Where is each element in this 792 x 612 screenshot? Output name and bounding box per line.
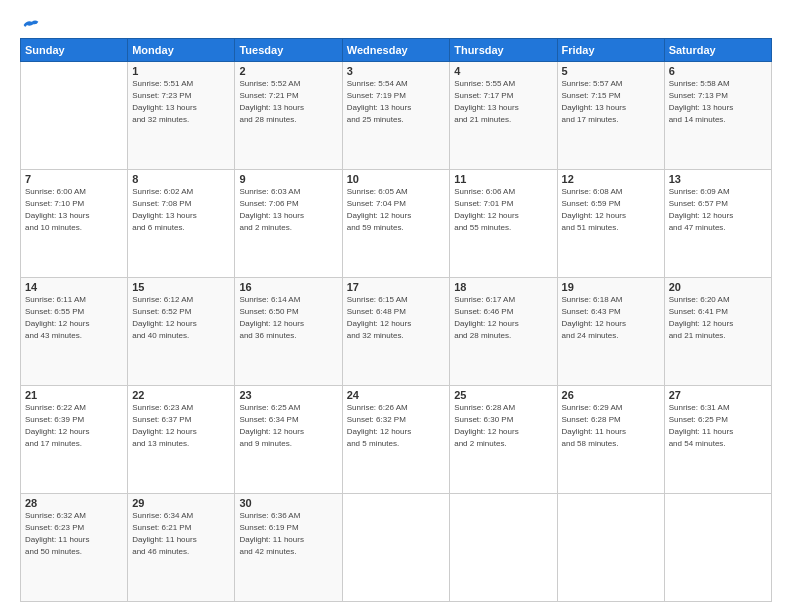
day-info: Sunrise: 6:08 AMSunset: 6:59 PMDaylight:… — [562, 186, 660, 234]
day-info: Sunrise: 6:20 AMSunset: 6:41 PMDaylight:… — [669, 294, 767, 342]
day-info: Sunrise: 6:22 AMSunset: 6:39 PMDaylight:… — [25, 402, 123, 450]
calendar-cell: 19Sunrise: 6:18 AMSunset: 6:43 PMDayligh… — [557, 278, 664, 386]
day-info: Sunrise: 6:36 AMSunset: 6:19 PMDaylight:… — [239, 510, 337, 558]
day-number: 26 — [562, 389, 660, 401]
header-row: Sunday Monday Tuesday Wednesday Thursday… — [21, 39, 772, 62]
calendar-cell: 14Sunrise: 6:11 AMSunset: 6:55 PMDayligh… — [21, 278, 128, 386]
calendar-cell: 15Sunrise: 6:12 AMSunset: 6:52 PMDayligh… — [128, 278, 235, 386]
col-thursday: Thursday — [450, 39, 557, 62]
col-sunday: Sunday — [21, 39, 128, 62]
calendar-cell — [450, 494, 557, 602]
day-number: 25 — [454, 389, 552, 401]
calendar-table: Sunday Monday Tuesday Wednesday Thursday… — [20, 38, 772, 602]
calendar-cell: 24Sunrise: 6:26 AMSunset: 6:32 PMDayligh… — [342, 386, 449, 494]
calendar-cell: 29Sunrise: 6:34 AMSunset: 6:21 PMDayligh… — [128, 494, 235, 602]
day-number: 3 — [347, 65, 445, 77]
calendar-cell: 20Sunrise: 6:20 AMSunset: 6:41 PMDayligh… — [664, 278, 771, 386]
calendar-week-4: 21Sunrise: 6:22 AMSunset: 6:39 PMDayligh… — [21, 386, 772, 494]
day-info: Sunrise: 6:26 AMSunset: 6:32 PMDaylight:… — [347, 402, 445, 450]
day-number: 11 — [454, 173, 552, 185]
calendar-cell: 1Sunrise: 5:51 AMSunset: 7:23 PMDaylight… — [128, 62, 235, 170]
day-info: Sunrise: 6:18 AMSunset: 6:43 PMDaylight:… — [562, 294, 660, 342]
calendar-cell: 9Sunrise: 6:03 AMSunset: 7:06 PMDaylight… — [235, 170, 342, 278]
day-number: 20 — [669, 281, 767, 293]
page: Sunday Monday Tuesday Wednesday Thursday… — [0, 0, 792, 612]
calendar-cell: 13Sunrise: 6:09 AMSunset: 6:57 PMDayligh… — [664, 170, 771, 278]
day-info: Sunrise: 6:32 AMSunset: 6:23 PMDaylight:… — [25, 510, 123, 558]
day-number: 21 — [25, 389, 123, 401]
col-saturday: Saturday — [664, 39, 771, 62]
day-info: Sunrise: 5:55 AMSunset: 7:17 PMDaylight:… — [454, 78, 552, 126]
day-number: 29 — [132, 497, 230, 509]
calendar-cell: 6Sunrise: 5:58 AMSunset: 7:13 PMDaylight… — [664, 62, 771, 170]
day-info: Sunrise: 6:15 AMSunset: 6:48 PMDaylight:… — [347, 294, 445, 342]
day-info: Sunrise: 6:23 AMSunset: 6:37 PMDaylight:… — [132, 402, 230, 450]
day-number: 30 — [239, 497, 337, 509]
calendar-cell: 8Sunrise: 6:02 AMSunset: 7:08 PMDaylight… — [128, 170, 235, 278]
header — [20, 18, 772, 32]
calendar-cell — [21, 62, 128, 170]
day-number: 23 — [239, 389, 337, 401]
day-number: 8 — [132, 173, 230, 185]
day-number: 15 — [132, 281, 230, 293]
day-number: 16 — [239, 281, 337, 293]
logo-bird-icon — [22, 18, 40, 32]
calendar-cell: 30Sunrise: 6:36 AMSunset: 6:19 PMDayligh… — [235, 494, 342, 602]
calendar-week-2: 7Sunrise: 6:00 AMSunset: 7:10 PMDaylight… — [21, 170, 772, 278]
day-info: Sunrise: 5:58 AMSunset: 7:13 PMDaylight:… — [669, 78, 767, 126]
day-number: 14 — [25, 281, 123, 293]
calendar-body: 1Sunrise: 5:51 AMSunset: 7:23 PMDaylight… — [21, 62, 772, 602]
day-info: Sunrise: 5:54 AMSunset: 7:19 PMDaylight:… — [347, 78, 445, 126]
day-number: 24 — [347, 389, 445, 401]
day-info: Sunrise: 6:17 AMSunset: 6:46 PMDaylight:… — [454, 294, 552, 342]
day-info: Sunrise: 6:12 AMSunset: 6:52 PMDaylight:… — [132, 294, 230, 342]
calendar-cell: 28Sunrise: 6:32 AMSunset: 6:23 PMDayligh… — [21, 494, 128, 602]
day-info: Sunrise: 6:34 AMSunset: 6:21 PMDaylight:… — [132, 510, 230, 558]
col-tuesday: Tuesday — [235, 39, 342, 62]
calendar-cell: 23Sunrise: 6:25 AMSunset: 6:34 PMDayligh… — [235, 386, 342, 494]
calendar-cell: 2Sunrise: 5:52 AMSunset: 7:21 PMDaylight… — [235, 62, 342, 170]
day-info: Sunrise: 6:00 AMSunset: 7:10 PMDaylight:… — [25, 186, 123, 234]
calendar-week-5: 28Sunrise: 6:32 AMSunset: 6:23 PMDayligh… — [21, 494, 772, 602]
calendar-cell: 12Sunrise: 6:08 AMSunset: 6:59 PMDayligh… — [557, 170, 664, 278]
day-number: 6 — [669, 65, 767, 77]
calendar-cell: 18Sunrise: 6:17 AMSunset: 6:46 PMDayligh… — [450, 278, 557, 386]
day-info: Sunrise: 6:28 AMSunset: 6:30 PMDaylight:… — [454, 402, 552, 450]
col-monday: Monday — [128, 39, 235, 62]
day-info: Sunrise: 5:52 AMSunset: 7:21 PMDaylight:… — [239, 78, 337, 126]
day-number: 27 — [669, 389, 767, 401]
day-number: 13 — [669, 173, 767, 185]
calendar-header: Sunday Monday Tuesday Wednesday Thursday… — [21, 39, 772, 62]
day-info: Sunrise: 6:06 AMSunset: 7:01 PMDaylight:… — [454, 186, 552, 234]
calendar-cell — [664, 494, 771, 602]
calendar-cell — [557, 494, 664, 602]
calendar-cell: 26Sunrise: 6:29 AMSunset: 6:28 PMDayligh… — [557, 386, 664, 494]
col-wednesday: Wednesday — [342, 39, 449, 62]
calendar-week-3: 14Sunrise: 6:11 AMSunset: 6:55 PMDayligh… — [21, 278, 772, 386]
day-number: 1 — [132, 65, 230, 77]
day-number: 28 — [25, 497, 123, 509]
calendar-cell: 25Sunrise: 6:28 AMSunset: 6:30 PMDayligh… — [450, 386, 557, 494]
calendar-cell: 11Sunrise: 6:06 AMSunset: 7:01 PMDayligh… — [450, 170, 557, 278]
day-info: Sunrise: 6:31 AMSunset: 6:25 PMDaylight:… — [669, 402, 767, 450]
col-friday: Friday — [557, 39, 664, 62]
day-number: 18 — [454, 281, 552, 293]
calendar-cell: 4Sunrise: 5:55 AMSunset: 7:17 PMDaylight… — [450, 62, 557, 170]
day-number: 19 — [562, 281, 660, 293]
calendar-cell: 21Sunrise: 6:22 AMSunset: 6:39 PMDayligh… — [21, 386, 128, 494]
day-info: Sunrise: 6:02 AMSunset: 7:08 PMDaylight:… — [132, 186, 230, 234]
calendar-cell — [342, 494, 449, 602]
calendar-cell: 3Sunrise: 5:54 AMSunset: 7:19 PMDaylight… — [342, 62, 449, 170]
day-number: 4 — [454, 65, 552, 77]
day-info: Sunrise: 6:11 AMSunset: 6:55 PMDaylight:… — [25, 294, 123, 342]
calendar-cell: 22Sunrise: 6:23 AMSunset: 6:37 PMDayligh… — [128, 386, 235, 494]
day-info: Sunrise: 6:25 AMSunset: 6:34 PMDaylight:… — [239, 402, 337, 450]
calendar-cell: 17Sunrise: 6:15 AMSunset: 6:48 PMDayligh… — [342, 278, 449, 386]
calendar-cell: 27Sunrise: 6:31 AMSunset: 6:25 PMDayligh… — [664, 386, 771, 494]
day-info: Sunrise: 6:03 AMSunset: 7:06 PMDaylight:… — [239, 186, 337, 234]
day-info: Sunrise: 6:29 AMSunset: 6:28 PMDaylight:… — [562, 402, 660, 450]
day-number: 7 — [25, 173, 123, 185]
calendar-week-1: 1Sunrise: 5:51 AMSunset: 7:23 PMDaylight… — [21, 62, 772, 170]
day-number: 17 — [347, 281, 445, 293]
day-info: Sunrise: 5:51 AMSunset: 7:23 PMDaylight:… — [132, 78, 230, 126]
